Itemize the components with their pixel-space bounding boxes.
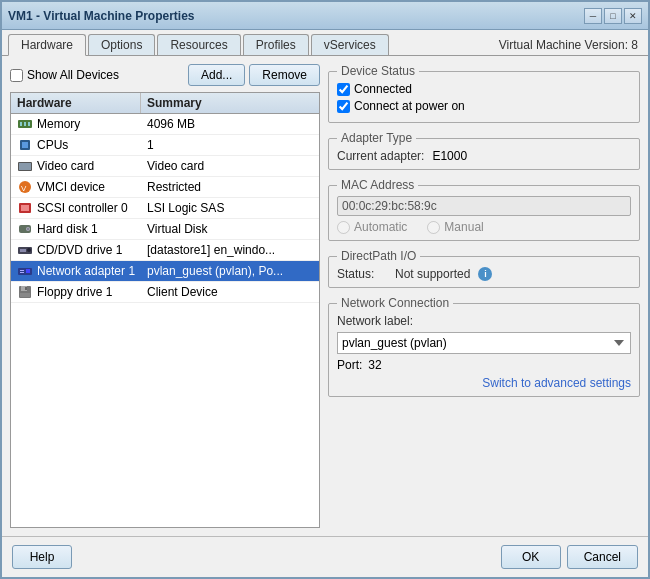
hw-summary-memory: 4096 MB xyxy=(141,115,319,133)
nic-icon xyxy=(17,263,33,279)
main-window: VM1 - Virtual Machine Properties ─ □ ✕ H… xyxy=(0,0,650,579)
right-panel: Device Status Connected Connect at power… xyxy=(328,64,640,528)
vmci-icon: V xyxy=(17,179,33,195)
automatic-label: Automatic xyxy=(354,220,407,234)
device-status-section: Device Status Connected Connect at power… xyxy=(328,64,640,123)
video-icon xyxy=(17,158,33,174)
col-summary[interactable]: Summary xyxy=(141,93,319,113)
cpu-icon xyxy=(17,137,33,153)
svg-rect-16 xyxy=(20,249,26,252)
tab-bar: Hardware Options Resources Profiles vSer… xyxy=(2,30,648,56)
col-hardware[interactable]: Hardware xyxy=(11,93,141,113)
table-row[interactable]: Video card Video card xyxy=(11,156,319,177)
network-connection-legend: Network Connection xyxy=(337,296,453,310)
status-label: Status: xyxy=(337,267,387,281)
help-button[interactable]: Help xyxy=(12,545,72,569)
adapter-row: Current adapter: E1000 xyxy=(337,149,631,163)
svg-rect-19 xyxy=(20,270,24,271)
hw-name-floppy: Floppy drive 1 xyxy=(11,282,141,302)
automatic-option[interactable]: Automatic xyxy=(337,220,407,234)
table-row[interactable]: SCSI controller 0 LSI Logic SAS xyxy=(11,198,319,219)
show-all-checkbox[interactable] xyxy=(10,69,23,82)
power-on-checkbox[interactable] xyxy=(337,100,350,113)
remove-button[interactable]: Remove xyxy=(249,64,320,86)
svg-rect-1 xyxy=(20,122,22,126)
current-adapter-value: E1000 xyxy=(432,149,467,163)
hw-summary-nic: pvlan_guest (pvlan), Po... xyxy=(141,262,319,280)
mac-address-section: MAC Address Automatic Manual xyxy=(328,178,640,241)
network-label-text: Network label: xyxy=(337,314,631,328)
table-row[interactable]: Hard disk 1 Virtual Disk xyxy=(11,219,319,240)
btn-group: Add... Remove xyxy=(188,64,320,86)
hw-summary-dvd: [datastore1] en_windo... xyxy=(141,241,319,259)
network-section: Network label: pvlan_guest (pvlan) VM Ne… xyxy=(337,314,631,390)
hw-name-scsi: SCSI controller 0 xyxy=(11,198,141,218)
table-row[interactable]: Memory 4096 MB xyxy=(11,114,319,135)
add-button[interactable]: Add... xyxy=(188,64,245,86)
table-row-selected[interactable]: Network adapter 1 pvlan_guest (pvlan), P… xyxy=(11,261,319,282)
left-panel: Show All Devices Add... Remove Hardware … xyxy=(10,64,320,528)
scsi-icon xyxy=(17,200,33,216)
tab-vservices[interactable]: vServices xyxy=(311,34,389,55)
info-icon[interactable]: i xyxy=(478,267,492,281)
harddisk-icon xyxy=(17,221,33,237)
hw-name-nic: Network adapter 1 xyxy=(11,261,141,281)
minimize-button[interactable]: ─ xyxy=(584,8,602,24)
tab-profiles[interactable]: Profiles xyxy=(243,34,309,55)
device-status-legend: Device Status xyxy=(337,64,419,78)
tab-hardware[interactable]: Hardware xyxy=(8,34,86,56)
window-title: VM1 - Virtual Machine Properties xyxy=(8,9,195,23)
cancel-button[interactable]: Cancel xyxy=(567,545,638,569)
hw-summary-video: Video card xyxy=(141,157,319,175)
vm-version: Virtual Machine Version: 8 xyxy=(499,38,642,52)
hw-name-video: Video card xyxy=(11,156,141,176)
current-adapter-label: Current adapter: xyxy=(337,149,424,163)
status-value: Not supported xyxy=(395,267,470,281)
svg-rect-21 xyxy=(26,269,30,273)
svg-rect-3 xyxy=(28,122,30,126)
dvd-icon xyxy=(17,242,33,258)
svg-point-14 xyxy=(27,228,29,230)
ok-button[interactable]: OK xyxy=(501,545,561,569)
network-connection-section: Network Connection Network label: pvlan_… xyxy=(328,296,640,397)
show-all-label[interactable]: Show All Devices xyxy=(10,68,119,82)
table-row[interactable]: Floppy drive 1 Client Device xyxy=(11,282,319,303)
connected-row: Connected xyxy=(337,82,631,96)
svg-rect-2 xyxy=(24,122,26,126)
hw-summary-floppy: Client Device xyxy=(141,283,319,301)
bottom-right: OK Cancel xyxy=(501,545,638,569)
connected-checkbox[interactable] xyxy=(337,83,350,96)
svg-rect-24 xyxy=(25,287,27,290)
table-row[interactable]: CD/DVD drive 1 [datastore1] en_windo... xyxy=(11,240,319,261)
hw-summary-cpu: 1 xyxy=(141,136,319,154)
power-on-label: Connect at power on xyxy=(354,99,465,113)
advanced-settings-link[interactable]: Switch to advanced settings xyxy=(337,376,631,390)
restore-button[interactable]: □ xyxy=(604,8,622,24)
svg-rect-20 xyxy=(20,272,24,273)
mac-input[interactable] xyxy=(337,196,631,216)
svg-rect-7 xyxy=(19,163,31,170)
memory-icon xyxy=(17,116,33,132)
svg-point-17 xyxy=(27,248,31,252)
table-header: Hardware Summary xyxy=(11,93,319,114)
port-row: Port: 32 xyxy=(337,358,631,372)
adapter-type-legend: Adapter Type xyxy=(337,131,416,145)
content-area: Show All Devices Add... Remove Hardware … xyxy=(2,56,648,536)
tab-options[interactable]: Options xyxy=(88,34,155,55)
network-dropdown[interactable]: pvlan_guest (pvlan) VM Network Managemen… xyxy=(337,332,631,354)
mac-address-legend: MAC Address xyxy=(337,178,418,192)
tab-resources[interactable]: Resources xyxy=(157,34,240,55)
manual-label: Manual xyxy=(444,220,483,234)
manual-option[interactable]: Manual xyxy=(427,220,483,234)
table-row[interactable]: V VMCI device Restricted xyxy=(11,177,319,198)
hw-name-vmci: V VMCI device xyxy=(11,177,141,197)
table-row[interactable]: CPUs 1 xyxy=(11,135,319,156)
hw-name-harddisk: Hard disk 1 xyxy=(11,219,141,239)
automatic-radio[interactable] xyxy=(337,221,350,234)
port-label: Port: xyxy=(337,358,362,372)
svg-text:V: V xyxy=(21,184,27,193)
connected-label: Connected xyxy=(354,82,412,96)
close-button[interactable]: ✕ xyxy=(624,8,642,24)
manual-radio[interactable] xyxy=(427,221,440,234)
title-bar: VM1 - Virtual Machine Properties ─ □ ✕ xyxy=(2,2,648,30)
